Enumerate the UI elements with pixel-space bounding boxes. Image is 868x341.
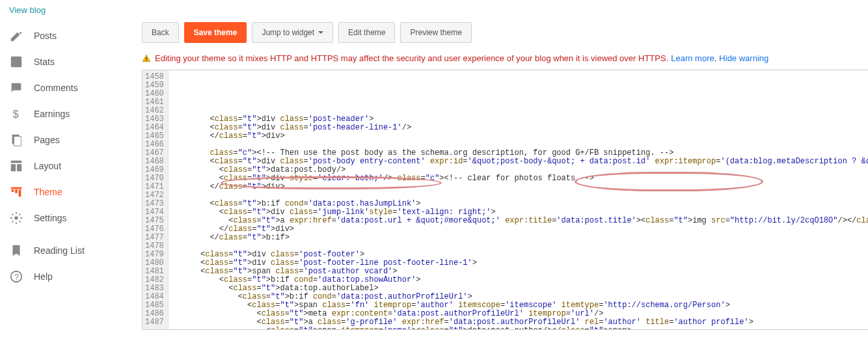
code-line[interactable]: </class="t">b:if> (172, 234, 868, 242)
theme-icon (9, 185, 23, 199)
svg-point-7 (14, 216, 18, 220)
sidebar-item-label: Layout (34, 161, 61, 171)
sidebar-item-posts[interactable]: Posts (0, 23, 142, 49)
svg-rect-4 (11, 161, 22, 163)
earnings-icon: $ (9, 107, 23, 121)
code-line[interactable]: </class="t">div> (172, 132, 868, 141)
svg-text:?: ? (14, 273, 19, 282)
svg-rect-5 (11, 164, 16, 171)
sidebar-item-settings[interactable]: Settings (0, 205, 142, 231)
svg-rect-0 (11, 57, 22, 68)
svg-text:$: $ (13, 108, 19, 120)
sidebar-item-label: Settings (34, 213, 67, 223)
sidebar-item-label: Posts (34, 31, 57, 41)
https-warning: Editing your theme so it mixes HTTP and … (142, 49, 868, 70)
reading-icon (9, 243, 23, 258)
chevron-down-icon (318, 31, 323, 34)
line-gutter: 1458145914601461146214631464146514661467… (142, 70, 169, 329)
code-line[interactable]: </class="t">div> (172, 183, 868, 191)
sidebar-item-stats[interactable]: Stats (0, 49, 142, 75)
sidebar-item-comments[interactable]: Comments (0, 75, 142, 101)
learn-more-link[interactable]: Learn more (671, 53, 714, 63)
code-line[interactable]: <class="t">span itemprop='name'><class="… (172, 327, 868, 329)
svg-rect-11 (146, 60, 146, 61)
svg-rect-3 (14, 137, 21, 146)
sidebar-item-pages[interactable]: Pages (0, 127, 142, 153)
sidebar-item-label: Pages (34, 135, 60, 145)
comments-icon (9, 81, 23, 95)
line-number: 1487 (145, 318, 164, 327)
main-area: Back Save theme Jump to widget Edit them… (142, 0, 868, 341)
sidebar-item-label: Stats (34, 57, 55, 67)
sidebar-item-theme[interactable]: Theme (0, 179, 142, 205)
pages-icon (9, 133, 23, 147)
sidebar-item-layout[interactable]: Layout (0, 153, 142, 179)
svg-rect-10 (146, 57, 146, 59)
sidebar-item-label: Reading List (34, 245, 85, 256)
layout-icon (9, 159, 23, 173)
warning-text: Editing your theme so it mixes HTTP and … (155, 53, 668, 63)
settings-icon (9, 211, 23, 225)
sidebar-item-help[interactable]: ?Help (0, 264, 142, 290)
preview-theme-button[interactable]: Preview theme (400, 22, 471, 43)
toolbar: Back Save theme Jump to widget Edit them… (142, 0, 868, 49)
sidebar-item-earnings[interactable]: $Earnings (0, 101, 142, 127)
hide-warning-link[interactable]: Hide warning (719, 53, 768, 63)
sidebar: View blog PostsStatsComments$EarningsPag… (0, 0, 142, 341)
warning-icon (142, 54, 151, 63)
sidebar-item-label: Earnings (34, 109, 70, 119)
help-icon: ? (9, 269, 23, 284)
svg-rect-6 (17, 164, 21, 171)
sidebar-item-reading-list[interactable]: Reading List (0, 238, 142, 264)
code-editor[interactable]: Search: X 145814591460146114621463146414… (142, 70, 868, 330)
sidebar-item-label: Theme (34, 187, 62, 197)
sidebar-item-label: Help (34, 271, 53, 282)
view-blog-link[interactable]: View blog (0, 3, 142, 23)
sidebar-item-label: Comments (34, 83, 78, 93)
jump-to-widget-button[interactable]: Jump to widget (252, 22, 333, 43)
posts-icon (9, 29, 23, 43)
save-theme-button[interactable]: Save theme (184, 22, 247, 43)
code-content[interactable]: <class="t">div class='post-header'> <cla… (169, 70, 868, 329)
edit-theme-button[interactable]: Edit theme (338, 22, 395, 43)
back-button[interactable]: Back (142, 22, 179, 43)
stats-icon (9, 55, 23, 69)
